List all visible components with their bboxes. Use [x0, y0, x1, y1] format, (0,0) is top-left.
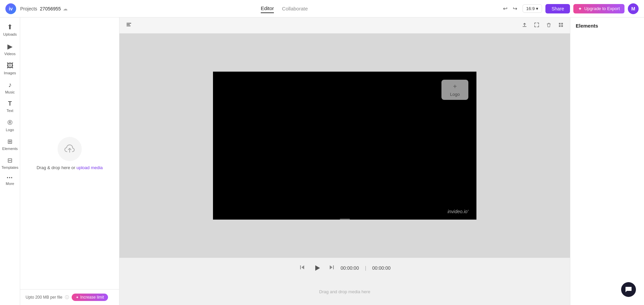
- sidebar-item-elements[interactable]: ⊞ Elements: [1, 135, 19, 153]
- main-layout: ⬆ Uploads ▶ Videos 🖼 Images ♪ Music T Te…: [0, 17, 644, 305]
- undo-redo-group: ↩ ↪: [501, 4, 519, 13]
- more-icon: •••: [7, 176, 13, 180]
- upload-to-cloud-button[interactable]: [520, 21, 530, 31]
- progress-thumb: [340, 219, 350, 220]
- canvas-toolbar-right: [520, 21, 566, 31]
- elements-icon: ⊞: [7, 138, 12, 145]
- topbar-nav: Editor Collaborate: [68, 4, 501, 13]
- right-panel-title: Elements: [576, 23, 639, 29]
- svg-rect-0: [127, 23, 131, 24]
- sidebar-item-videos[interactable]: ▶ Videos: [1, 40, 19, 58]
- svg-rect-7: [300, 265, 301, 269]
- svg-rect-1: [127, 24, 130, 25]
- text-icon: T: [8, 100, 12, 107]
- info-icon: ⓘ: [65, 295, 69, 300]
- svg-rect-3: [559, 23, 561, 25]
- upgrade-icon: ✦: [578, 6, 582, 11]
- aspect-ratio-button[interactable]: 16:9 ▾: [523, 4, 542, 13]
- center-area: + Logo invideo.io': [119, 17, 570, 305]
- upload-media-link[interactable]: upload media: [76, 165, 103, 170]
- logo-placeholder[interactable]: + Logo: [441, 80, 468, 100]
- playback-area: 00:00:00 | 00:00:00: [119, 258, 570, 278]
- upload-area[interactable]: Drag & drop here or upload media: [20, 17, 119, 289]
- canvas-area: + Logo invideo.io': [119, 34, 570, 258]
- tab-editor[interactable]: Editor: [261, 4, 274, 13]
- chat-button[interactable]: [621, 282, 636, 297]
- skip-back-button[interactable]: [299, 264, 306, 272]
- projects-link[interactable]: Projects: [20, 6, 37, 11]
- svg-rect-8: [333, 265, 334, 269]
- increase-limit-button[interactable]: ✦ Increase limit: [72, 294, 108, 301]
- topbar: iv Projects 27056955 ☁ Editor Collaborat…: [0, 0, 644, 17]
- upgrade-button[interactable]: ✦ Upgrade to Export: [573, 4, 624, 13]
- video-canvas[interactable]: + Logo invideo.io': [213, 72, 476, 220]
- skip-forward-button[interactable]: [328, 264, 335, 272]
- play-button[interactable]: [311, 262, 323, 274]
- sidebar-item-images[interactable]: 🖼 Images: [1, 59, 19, 77]
- share-button[interactable]: Share: [545, 4, 570, 13]
- user-avatar[interactable]: M: [628, 3, 639, 14]
- undo-button[interactable]: ↩: [501, 4, 509, 13]
- right-panel: Elements: [570, 17, 644, 305]
- logo-label: Logo: [450, 92, 460, 97]
- canvas-toolbar-format-icon[interactable]: [123, 20, 134, 31]
- sidebar-item-templates[interactable]: ⊟ Templates: [1, 154, 19, 171]
- watermark: invideo.io': [448, 209, 468, 214]
- logo-icon: ®: [7, 119, 12, 126]
- sidebar-item-logo[interactable]: ® Logo: [1, 116, 19, 134]
- sidebar-item-uploads[interactable]: ⬆ Uploads: [1, 20, 19, 38]
- logo-plus-icon: +: [453, 83, 457, 90]
- svg-rect-5: [559, 25, 561, 27]
- upload-text: Drag & drop here or upload media: [37, 165, 103, 170]
- sidebar: ⬆ Uploads ▶ Videos 🖼 Images ♪ Music T Te…: [0, 17, 20, 305]
- sidebar-item-text[interactable]: T Text: [1, 98, 19, 115]
- cloud-save-icon: ☁: [63, 6, 68, 11]
- topbar-actions: ↩ ↪ 16:9 ▾ Share ✦ Upgrade to Export M: [501, 3, 639, 14]
- left-panel-footer: Upto 200 MB per file ⓘ ✦ Increase limit: [20, 289, 119, 305]
- sidebar-item-music[interactable]: ♪ Music: [1, 78, 19, 96]
- grid-view-button[interactable]: [556, 21, 566, 31]
- app-logo[interactable]: iv: [5, 3, 16, 14]
- delete-button[interactable]: [544, 21, 554, 31]
- increase-icon: ✦: [76, 295, 79, 300]
- current-time: 00:00:00: [341, 265, 359, 271]
- images-icon: 🖼: [7, 62, 13, 70]
- playback-controls: 00:00:00 | 00:00:00: [299, 262, 391, 274]
- video-icon: ▶: [7, 42, 12, 50]
- svg-rect-4: [561, 23, 563, 25]
- timeline-empty-text: Drag and drop media here: [319, 289, 370, 294]
- svg-rect-6: [561, 25, 563, 27]
- templates-icon: ⊟: [7, 157, 12, 164]
- expand-button[interactable]: [532, 21, 542, 31]
- left-panel: Drag & drop here or upload media Upto 20…: [20, 17, 119, 305]
- project-id: 27056955: [40, 6, 61, 11]
- upload-icon: ⬆: [7, 23, 13, 31]
- tab-collaborate[interactable]: Collaborate: [282, 4, 308, 13]
- timeline-area[interactable]: Drag and drop media here: [119, 278, 570, 305]
- sidebar-item-more[interactable]: ••• More: [1, 173, 19, 188]
- redo-button[interactable]: ↪: [511, 4, 519, 13]
- music-icon: ♪: [8, 81, 12, 89]
- total-time: 00:00:00: [372, 265, 391, 271]
- svg-rect-2: [127, 26, 131, 26]
- time-separator: |: [365, 265, 366, 271]
- upload-cloud-icon: [58, 137, 82, 161]
- canvas-toolbar: [119, 17, 570, 34]
